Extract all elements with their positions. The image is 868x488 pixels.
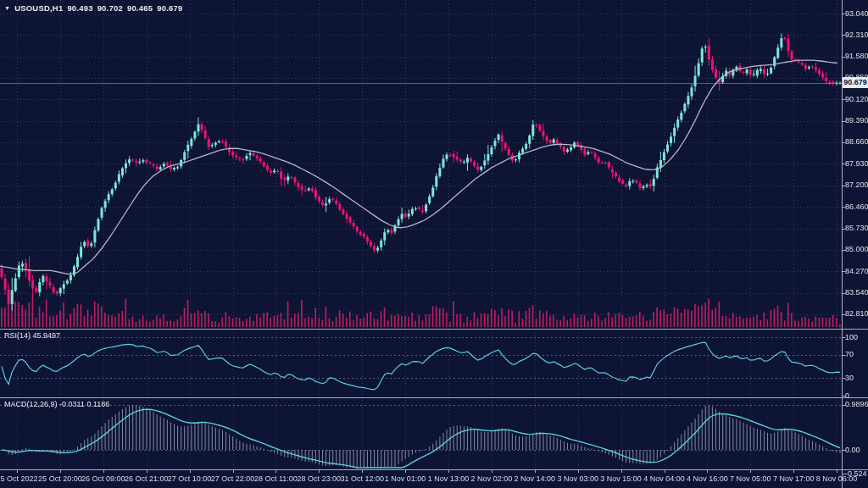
time-axis-label: 27 Oct 10:00 [168,474,212,483]
time-axis-label: 7 Nov 05:00 [730,474,771,483]
time-axis-label: 3 Nov 15:00 [600,474,642,483]
time-axis-label: 28 Oct 23:00 [298,474,342,483]
price-axis-label: 90.120 [845,95,868,103]
price-axis-label: 89.390 [845,116,868,125]
time-axis-label: 7 Nov 17:00 [773,474,815,483]
ohlc-low: 90.465 [127,3,153,13]
time-axis-label: 31 Oct 12:00 [340,474,384,483]
rsi-scale-label: 70 [845,350,854,358]
time-axis-label: 25 Oct 2022 [0,474,38,483]
macd-scale-label: 0.00 [845,446,860,454]
price-chart-canvas[interactable] [0,0,868,488]
macd-indicator-label: MACD(12,26,9) -0.0311 0.1186 [4,400,109,408]
time-axis-label: 1 Nov 01:00 [385,474,426,483]
ohlc-high: 90.702 [97,3,123,13]
time-axis-label: 25 Oct 20:00 [38,474,82,483]
price-axis-label: 85.000 [845,245,868,253]
time-axis-label: 27 Oct 22:00 [211,474,255,483]
time-axis-label: 2 Nov 14:00 [515,474,556,483]
price-axis-label: 83.540 [845,288,868,297]
price-axis-label: 86.460 [845,202,868,211]
time-axis-label: 26 Oct 09:00 [81,474,125,483]
price-axis-label: 91.580 [845,52,868,60]
price-axis-label: 87.200 [845,180,868,189]
time-axis-label: 2 Nov 02:00 [471,474,513,483]
time-axis-label: 3 Nov 03:00 [557,474,598,483]
trading-chart-window: ▼ USOUSD,H1 90.493 90.702 90.465 90.679 … [0,0,868,488]
time-axis-label: 26 Oct 21:00 [125,474,169,483]
price-axis-label: 87.930 [845,159,868,168]
time-axis-label: 28 Oct 11:00 [254,474,298,483]
macd-scale-label: 0.9896 [845,400,868,408]
current-price-tag: 90.679 [843,77,868,88]
price-axis-label: 92.310 [845,30,868,39]
price-axis-label: 93.040 [845,9,868,18]
ohlc-close: 90.679 [157,3,182,13]
price-axis-label: 84.270 [845,267,868,275]
rsi-indicator-label: RSI(14) 45.9497 [4,331,60,340]
rsi-scale-label: 0 [845,391,849,400]
time-axis-label: 4 Nov 04:00 [643,474,685,483]
price-axis-label: 88.660 [845,137,868,146]
ohlc-open: 90.493 [67,3,92,13]
time-axis-label: 1 Nov 13:00 [428,474,470,483]
symbol-period-label: USOUSD,H1 [14,3,63,13]
time-axis-label: 8 Nov 06:00 [816,474,858,483]
time-axis-label: 4 Nov 16:00 [687,474,728,483]
rsi-scale-label: 100 [845,333,858,341]
price-axis-label: 82.810 [845,309,868,318]
chart-header: ▼ USOUSD,H1 90.493 90.702 90.465 90.679 [4,3,182,13]
rsi-scale-label: 30 [845,374,854,382]
symbol-dropdown-icon[interactable]: ▼ [4,5,10,11]
price-axis-label: 85.730 [845,224,868,232]
